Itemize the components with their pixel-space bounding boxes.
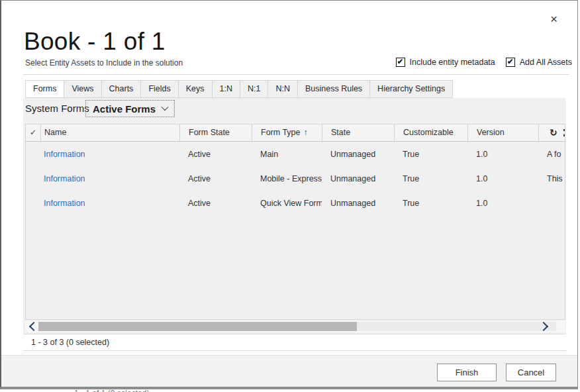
row-name-link[interactable]: Information [44,199,85,208]
column-header-form-state[interactable]: Form State [179,124,252,141]
page-subtitle: Select Entity Assets to Include in the s… [25,58,183,68]
checkbox-checked-icon: ✔ [396,58,405,67]
tab-fields[interactable]: Fields [140,80,178,98]
column-header-state[interactable]: State [322,124,394,141]
cell-form-state: Active [179,150,252,159]
cell-version: 1.0 [467,174,538,183]
table-row[interactable]: Information Active Main Unmanaged True 1… [26,142,565,166]
cancel-button[interactable]: Cancel [506,364,556,381]
column-header-name[interactable]: Name [40,124,179,141]
tab-1n[interactable]: 1:N [212,80,240,98]
system-forms-label: System Forms [25,103,89,114]
sort-ascending-icon: ↑ [304,128,308,137]
cell-state: Unmanaged [322,199,394,208]
cell-state: Unmanaged [322,174,394,183]
cell-form-type: Mobile - Express [252,174,322,183]
record-count-status: 1 - 3 of 3 (0 selected) [23,334,566,351]
cell-customizable: True [394,174,467,183]
table-row[interactable]: Information Active Mobile - Express Unma… [26,166,565,191]
cell-version: 1.0 [467,150,538,159]
check-icon: ✓ [30,128,36,137]
cell-description: This [538,174,565,183]
form-filter-dropdown[interactable]: Active Forms [85,100,175,117]
cell-customizable: True [394,199,467,208]
page-title: Book - 1 of 1 [24,28,166,56]
horizontal-scrollbar [25,320,565,332]
table-row[interactable]: Information Active Quick View Form Unman… [26,191,565,215]
cell-form-type: Main [252,150,322,159]
scroll-left-icon[interactable] [29,322,38,331]
cell-version: 1.0 [467,199,538,208]
form-filter-value: Active Forms [93,103,156,115]
cell-form-type: Quick View Form [252,199,322,208]
asset-tabbar: Forms Views Charts Fields Keys 1:N N:1 N… [25,80,453,98]
cell-form-state: Active [179,174,252,183]
cell-state: Unmanaged [322,150,394,159]
options-row: ✔ Include entity metadata ✔ Add All Asse… [396,58,572,67]
tab-nn[interactable]: N:N [267,80,298,98]
grid-header-row: ✓ Name Form State Form Type↑ State Custo… [26,124,565,142]
close-icon[interactable]: × [550,13,557,25]
tab-charts[interactable]: Charts [101,80,142,98]
checkbox-add-all-assets[interactable]: ✔ Add All Assets [506,58,572,67]
checkbox-include-entity-metadata[interactable]: ✔ Include entity metadata [396,58,495,67]
tab-views[interactable]: Views [64,80,101,98]
scrollbar-track[interactable] [38,322,556,331]
tab-business-rules[interactable]: Business Rules [297,80,370,98]
background-page-sliver: 1 - 1 of 1 (0 selected) [0,387,578,392]
tab-n1[interactable]: N:1 [240,80,268,98]
column-header-description: ↻ [538,124,565,141]
tab-forms[interactable]: Forms [25,80,64,98]
column-header-version[interactable]: Version [467,124,538,141]
row-name-link[interactable]: Information [44,150,85,159]
column-header-label: Form Type [261,128,301,137]
scrollbar-thumb[interactable] [38,322,357,331]
chevron-down-icon [161,103,168,110]
refresh-icon[interactable]: ↻ [550,127,557,138]
checkbox-label: Add All Assets [520,58,572,67]
row-name-link[interactable]: Information [44,174,85,183]
tab-keys[interactable]: Keys [178,80,213,98]
dialog-footer: Finish Cancel [1,355,577,387]
cell-form-state: Active [179,199,252,208]
cell-description: A fo [538,150,565,159]
select-all-checkbox[interactable]: ✓ [26,124,40,141]
forms-grid: ✓ Name Form State Form Type↑ State Custo… [25,124,565,320]
cell-customizable: True [394,150,467,159]
checkbox-label: Include entity metadata [410,58,495,67]
tab-hierarchy-settings[interactable]: Hierarchy Settings [369,80,453,98]
finish-button[interactable]: Finish [437,364,497,381]
solution-asset-dialog: × Book - 1 of 1 Select Entity Assets to … [0,0,578,387]
header-divider [23,74,569,75]
background-clipped-text: 1 - 1 of 1 (0 selected) [74,389,149,392]
clipped-icon [563,129,565,136]
column-header-customizable[interactable]: Customizable [394,124,467,141]
column-header-form-type[interactable]: Form Type↑ [252,124,322,141]
checkbox-checked-icon: ✔ [506,58,515,67]
